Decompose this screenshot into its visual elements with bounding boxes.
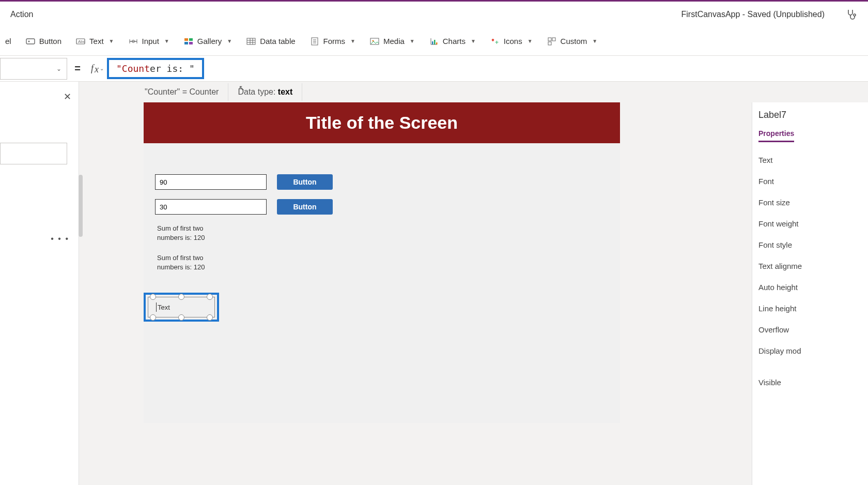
ribbon-label-trunc[interactable]: el xyxy=(5,37,11,46)
ribbon-charts[interactable]: Charts▼ xyxy=(429,37,476,46)
ribbon-custom[interactable]: Custom▼ xyxy=(547,37,598,46)
property-dropdown[interactable]: ⌄ xyxy=(0,58,67,80)
svg-rect-30 xyxy=(548,38,551,41)
prop-visible[interactable]: Visible xyxy=(758,372,862,393)
charts-icon xyxy=(429,37,439,46)
svg-rect-26 xyxy=(432,41,433,44)
app-title: FirstCanvasApp - Saved (Unpublished) xyxy=(681,10,825,19)
input-icon xyxy=(128,37,137,46)
ribbon-media[interactable]: Media▼ xyxy=(370,37,415,46)
action-menu[interactable]: Action xyxy=(10,10,33,19)
chevron-down-icon: ⌄ xyxy=(100,66,104,71)
chevron-down-icon: ▼ xyxy=(164,38,169,44)
more-icon[interactable]: • • • xyxy=(51,234,69,244)
text-input-2[interactable] xyxy=(155,199,267,215)
prop-font-weight[interactable]: Font weight xyxy=(758,213,862,234)
chevron-down-icon: ▼ xyxy=(471,38,476,44)
formula-bar: ⌄ = fx ⌄ "Counter is: " xyxy=(0,56,868,82)
resize-handle[interactable] xyxy=(150,314,156,321)
sum-label-2: Sum of first two numbers is: 120 xyxy=(157,253,224,271)
gallery-icon xyxy=(184,37,193,46)
chevron-down-icon: ▼ xyxy=(227,38,232,44)
ribbon-button[interactable]: Button xyxy=(26,37,61,46)
prop-text[interactable]: Text xyxy=(758,149,862,171)
svg-rect-1 xyxy=(26,39,35,44)
chevron-down-icon: ▼ xyxy=(350,38,355,44)
custom-icon xyxy=(547,37,556,46)
equals-sign: = xyxy=(67,63,88,74)
forms-icon xyxy=(310,37,319,46)
svg-rect-11 xyxy=(184,42,188,44)
close-icon[interactable]: ✕ xyxy=(64,91,71,102)
media-icon xyxy=(370,37,379,46)
svg-point-2 xyxy=(28,40,29,42)
ribbon-icons[interactable]: + Icons▼ xyxy=(490,37,533,46)
formula-text-highlight: "Count xyxy=(116,63,150,74)
cursor-icon: ↖ xyxy=(239,84,245,92)
prop-auto-height[interactable]: Auto height xyxy=(758,277,862,298)
intellisense-suggestion[interactable]: "Counter" = Counter xyxy=(135,83,228,101)
sum-label-1: Sum of first two numbers is: 120 xyxy=(157,224,224,242)
button-1[interactable]: Button xyxy=(277,174,333,190)
formula-text-rest: er is: " xyxy=(150,63,195,74)
tab-properties[interactable]: Properties xyxy=(758,129,794,142)
screen-title-label: Title of the Screen xyxy=(144,102,620,143)
fx-button[interactable]: fx ⌄ xyxy=(88,63,107,74)
chevron-down-icon: ⌄ xyxy=(56,65,61,72)
prop-font[interactable]: Font xyxy=(758,171,862,192)
svg-text:+: + xyxy=(495,39,499,46)
prop-display-mode[interactable]: Display mod xyxy=(758,340,862,361)
resize-handle[interactable] xyxy=(207,294,213,300)
selected-label-text: Text xyxy=(158,304,170,311)
svg-rect-13 xyxy=(247,38,255,44)
resize-handle[interactable] xyxy=(207,314,213,321)
text-caret xyxy=(156,302,157,312)
chevron-down-icon: ▼ xyxy=(592,38,597,44)
svg-rect-32 xyxy=(548,42,551,45)
text-input-1[interactable] xyxy=(155,174,267,190)
svg-rect-12 xyxy=(189,42,193,44)
search-input[interactable] xyxy=(0,143,67,164)
selected-control-name: Label7 xyxy=(758,110,862,120)
datatable-icon xyxy=(246,37,256,46)
canvas-screen[interactable]: Title of the Screen Button Button Sum of… xyxy=(144,102,620,423)
selected-label-control[interactable]: Text xyxy=(144,293,219,322)
prop-overflow[interactable]: Overflow xyxy=(758,319,862,340)
resize-handle[interactable] xyxy=(178,294,184,300)
chevron-down-icon: ▼ xyxy=(109,38,114,44)
svg-point-0 xyxy=(854,14,856,16)
svg-rect-27 xyxy=(434,40,436,44)
chevron-down-icon: ▼ xyxy=(528,38,533,44)
svg-rect-31 xyxy=(552,38,555,41)
prop-font-size[interactable]: Font size xyxy=(758,192,862,213)
ribbon-datatable[interactable]: Data table xyxy=(246,37,295,46)
formula-input[interactable]: "Counter is: " xyxy=(107,58,204,79)
ribbon-text[interactable]: Abc Text▼ xyxy=(76,37,114,46)
ribbon: el Button Abc Text▼ Input▼ Gallery▼ Data… xyxy=(0,27,868,56)
text-icon: Abc xyxy=(76,37,85,46)
ribbon-forms[interactable]: Forms▼ xyxy=(310,37,355,46)
ribbon-input[interactable]: Input▼ xyxy=(128,37,169,46)
svg-rect-9 xyxy=(184,38,188,41)
title-bar: Action FirstCanvasApp - Saved (Unpublish… xyxy=(0,0,868,27)
svg-rect-10 xyxy=(189,38,193,41)
button-2[interactable]: Button xyxy=(277,199,333,215)
button-icon xyxy=(26,37,35,46)
prop-font-style[interactable]: Font style xyxy=(758,234,862,255)
resize-handle[interactable] xyxy=(150,294,156,300)
ribbon-gallery[interactable]: Gallery▼ xyxy=(184,37,232,46)
intellisense-bar: "Counter" = Counter Data type: text xyxy=(135,82,302,102)
svg-rect-28 xyxy=(436,42,438,44)
chevron-down-icon: ▼ xyxy=(410,38,415,44)
left-tree-panel: ✕ • • • xyxy=(0,82,79,485)
prop-line-height[interactable]: Line height xyxy=(758,298,862,319)
prop-text-alignment[interactable]: Text alignme xyxy=(758,255,862,277)
properties-panel: Label7 Properties Text Font Font size Fo… xyxy=(752,102,868,485)
icons-icon: + xyxy=(490,37,500,46)
resize-handle[interactable] xyxy=(178,314,184,321)
scrollbar[interactable] xyxy=(79,175,83,237)
svg-text:Abc: Abc xyxy=(78,39,85,44)
diagnostics-icon[interactable] xyxy=(845,8,858,21)
